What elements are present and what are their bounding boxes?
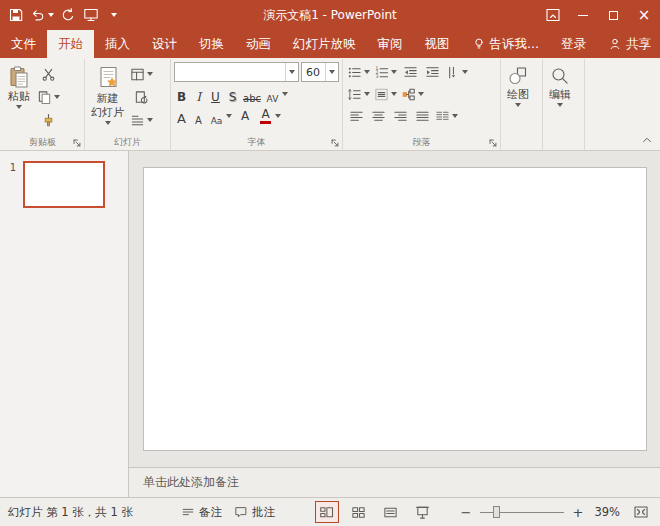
reading-view-button[interactable] bbox=[379, 501, 403, 523]
layout-button[interactable] bbox=[129, 64, 154, 84]
dialog-launcher-icon bbox=[72, 138, 82, 148]
character-spacing-button[interactable]: AV bbox=[264, 84, 289, 104]
font-size-select[interactable]: 60 bbox=[301, 62, 339, 82]
clipboard-dialog-launcher[interactable] bbox=[70, 136, 83, 149]
columns-button[interactable] bbox=[434, 106, 459, 126]
align-center-button[interactable] bbox=[368, 106, 388, 126]
bullets-dropdown-icon bbox=[364, 70, 370, 74]
customize-qat-button[interactable] bbox=[103, 3, 125, 27]
paste-button[interactable]: 粘贴 bbox=[4, 62, 34, 109]
ribbon-display-options-button[interactable] bbox=[538, 0, 568, 30]
comments-icon bbox=[234, 505, 248, 519]
decrease-indent-button[interactable] bbox=[400, 62, 420, 82]
justify-button[interactable] bbox=[412, 106, 432, 126]
chevron-down-icon bbox=[289, 70, 295, 74]
window-controls: × bbox=[538, 0, 660, 30]
start-slideshow-button[interactable] bbox=[80, 3, 102, 27]
clear-formatting-label: A bbox=[238, 110, 253, 122]
font-group: 60 B I U S abc AV A A bbox=[171, 59, 343, 150]
copy-button[interactable] bbox=[36, 87, 61, 107]
font-name-dropdown[interactable] bbox=[285, 63, 298, 81]
zoom-in-button[interactable]: + bbox=[570, 505, 586, 520]
undo-button[interactable] bbox=[28, 3, 56, 27]
slide-canvas[interactable] bbox=[143, 167, 647, 451]
tab-insert[interactable]: 插入 bbox=[94, 30, 141, 58]
bold-button[interactable]: B bbox=[174, 85, 189, 104]
zoom-out-button[interactable]: − bbox=[458, 505, 474, 520]
text-direction-button[interactable] bbox=[444, 62, 469, 82]
align-left-button[interactable] bbox=[346, 106, 366, 126]
minimize-button[interactable] bbox=[568, 0, 598, 30]
normal-view-button[interactable] bbox=[315, 501, 339, 523]
quick-access-toolbar bbox=[0, 3, 125, 27]
slide-sorter-view-button[interactable] bbox=[347, 501, 371, 523]
font-dialog-launcher[interactable] bbox=[328, 136, 341, 149]
slides-group-label: 幻灯片 bbox=[85, 136, 170, 149]
tell-me-box[interactable]: 告诉我... bbox=[461, 30, 550, 58]
tab-slideshow[interactable]: 幻灯片放映 bbox=[282, 30, 367, 58]
normal-view-icon bbox=[319, 505, 334, 520]
notes-pane[interactable]: 单击此处添加备注 bbox=[129, 467, 660, 497]
font-name-select[interactable] bbox=[174, 62, 299, 82]
line-spacing-icon bbox=[347, 87, 362, 102]
editing-menu-button[interactable]: 编辑 bbox=[546, 62, 574, 107]
paste-dropdown-icon[interactable] bbox=[16, 105, 22, 109]
close-button[interactable]: × bbox=[628, 0, 660, 30]
slide-thumbnail-panel[interactable]: 1 bbox=[0, 151, 129, 497]
sign-in-button[interactable]: 登录 bbox=[550, 30, 597, 58]
align-text-button[interactable] bbox=[373, 84, 398, 104]
font-color-button[interactable]: A bbox=[257, 106, 282, 126]
underline-button[interactable]: U bbox=[208, 85, 223, 104]
comments-toggle-button[interactable]: 批注 bbox=[228, 500, 281, 524]
tab-transitions[interactable]: 切换 bbox=[188, 30, 235, 58]
fit-slide-to-window-button[interactable] bbox=[630, 501, 652, 523]
undo-dropdown-icon[interactable] bbox=[48, 13, 54, 17]
dialog-launcher-icon bbox=[330, 138, 340, 148]
zoom-percentage[interactable]: 39% bbox=[586, 505, 620, 519]
share-button[interactable]: 共享 bbox=[597, 30, 660, 58]
new-slide-dropdown-icon[interactable] bbox=[105, 121, 111, 125]
tab-view[interactable]: 视图 bbox=[414, 30, 461, 58]
paragraph-group: 123 bbox=[343, 59, 501, 150]
text-shadow-button[interactable]: S bbox=[225, 85, 240, 104]
format-painter-button[interactable] bbox=[36, 110, 61, 130]
clear-formatting-button[interactable]: A bbox=[235, 106, 255, 126]
section-button[interactable] bbox=[129, 110, 154, 130]
strikethrough-button[interactable]: abc bbox=[242, 85, 262, 104]
zoom-slider[interactable] bbox=[480, 505, 564, 519]
slideshow-view-button[interactable] bbox=[411, 501, 435, 523]
cut-button[interactable] bbox=[36, 64, 61, 84]
slide-thumbnail[interactable] bbox=[23, 161, 105, 208]
increase-indent-button[interactable] bbox=[422, 62, 442, 82]
tab-design[interactable]: 设计 bbox=[141, 30, 188, 58]
collapse-ribbon-button[interactable] bbox=[640, 133, 654, 147]
start-slideshow-icon bbox=[83, 7, 99, 23]
repeat-button[interactable] bbox=[57, 3, 79, 27]
line-spacing-button[interactable] bbox=[346, 84, 371, 104]
font-size-dropdown[interactable] bbox=[325, 63, 338, 81]
reset-button[interactable] bbox=[129, 87, 154, 107]
new-slide-button[interactable]: 新建 幻灯片 bbox=[88, 62, 127, 125]
notes-toggle-button[interactable]: 备注 bbox=[175, 500, 228, 524]
zoom-slider-thumb[interactable] bbox=[493, 506, 500, 518]
layout-icon bbox=[130, 67, 145, 82]
tab-home[interactable]: 开始 bbox=[47, 30, 94, 58]
change-case-button[interactable]: Aa bbox=[208, 106, 233, 126]
paragraph-dialog-launcher[interactable] bbox=[486, 136, 499, 149]
change-case-dropdown-icon bbox=[226, 114, 232, 118]
slide-canvas-area[interactable] bbox=[129, 151, 660, 467]
convert-to-smartart-button[interactable] bbox=[400, 84, 425, 104]
italic-button[interactable]: I bbox=[191, 85, 206, 104]
tab-review[interactable]: 审阅 bbox=[367, 30, 414, 58]
drawing-menu-button[interactable]: 绘图 bbox=[504, 62, 532, 107]
bullets-button[interactable] bbox=[346, 62, 371, 82]
tab-file[interactable]: 文件 bbox=[0, 30, 47, 58]
maximize-button[interactable] bbox=[598, 0, 628, 30]
tab-animations[interactable]: 动画 bbox=[235, 30, 282, 58]
slide-counter[interactable]: 幻灯片 第 1 张，共 1 张 bbox=[8, 505, 133, 520]
grow-font-button[interactable]: A bbox=[174, 107, 189, 126]
align-right-button[interactable] bbox=[390, 106, 410, 126]
shrink-font-button[interactable]: A bbox=[191, 107, 206, 126]
numbering-button[interactable]: 123 bbox=[373, 62, 398, 82]
save-button[interactable] bbox=[5, 3, 27, 27]
